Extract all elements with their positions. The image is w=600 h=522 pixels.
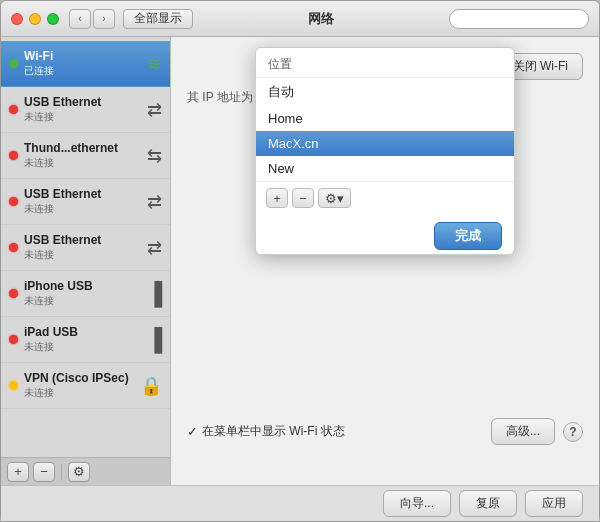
usb-eth-2-item-text: USB Ethernet 未连接 <box>24 187 143 216</box>
iphone-usb-status-dot <box>9 289 18 298</box>
minimize-button[interactable] <box>29 13 41 25</box>
ipad-usb-status-dot <box>9 335 18 344</box>
toolbar-separator <box>61 464 62 480</box>
menubar-wifi-label: 在菜单栏中显示 Wi-Fi 状态 <box>202 423 345 440</box>
usb-eth-3-item-text: USB Ethernet 未连接 <box>24 233 143 262</box>
back-button[interactable]: ‹ <box>69 9 91 29</box>
traffic-lights <box>11 13 59 25</box>
dropdown-remove-button[interactable]: − <box>292 188 314 208</box>
dropdown-gear-icon: ⚙▾ <box>325 191 344 206</box>
ipad-usb-item-name: iPad USB <box>24 325 142 339</box>
usb-eth-1-item-text: USB Ethernet 未连接 <box>24 95 143 124</box>
vpn-item-name: VPN (Cisco IPSec) <box>24 371 136 385</box>
dropdown-minus-icon: − <box>299 191 307 206</box>
restore-button[interactable]: 复原 <box>459 490 517 517</box>
sidebar-item-wifi[interactable]: Wi-Fi 已连接 ≋ <box>1 41 170 87</box>
close-button[interactable] <box>11 13 23 25</box>
apply-button[interactable]: 应用 <box>525 490 583 517</box>
maximize-button[interactable] <box>47 13 59 25</box>
dropdown-item-auto[interactable]: 自动 <box>256 78 514 106</box>
sidebar-item-ipad-usb[interactable]: iPad USB 未连接 ▐ <box>1 317 170 363</box>
usb-eth-1-status-dot <box>9 105 18 114</box>
window-title: 网络 <box>193 10 449 28</box>
done-button[interactable]: 完成 <box>434 222 502 250</box>
usb-eth-2-item-status: 未连接 <box>24 202 143 216</box>
network-settings-button[interactable]: ⚙ <box>68 462 90 482</box>
done-btn-row: 完成 <box>256 214 514 254</box>
sidebar-item-thunderbolt[interactable]: Thund...ethernet 未连接 ⇆ <box>1 133 170 179</box>
forward-icon: › <box>102 13 105 24</box>
dropdown-item-new[interactable]: New <box>256 156 514 181</box>
sidebar-item-usb-eth-1[interactable]: USB Ethernet 未连接 ⇄ <box>1 87 170 133</box>
main-content: Wi-Fi 已连接 ≋ USB Ethernet 未连接 ⇄ <box>1 37 599 485</box>
dropdown-add-button[interactable]: + <box>266 188 288 208</box>
dropdown-plus-icon: + <box>273 191 281 206</box>
iphone-icon: ▐ <box>146 281 162 307</box>
dropdown-item-home[interactable]: Home <box>256 106 514 131</box>
ipad-usb-item-text: iPad USB 未连接 <box>24 325 142 354</box>
plus-icon: + <box>14 464 22 479</box>
check-icon: ✓ <box>187 424 198 439</box>
help-button[interactable]: ? <box>563 422 583 442</box>
back-icon: ‹ <box>78 13 81 24</box>
navigation-buttons: ‹ › <box>69 9 115 29</box>
sidebar-item-usb-eth-2[interactable]: USB Ethernet 未连接 ⇄ <box>1 179 170 225</box>
wifi-item-status: 已连接 <box>24 64 143 78</box>
question-mark-icon: ? <box>569 425 576 439</box>
sidebar-item-usb-eth-3[interactable]: USB Ethernet 未连接 ⇄ <box>1 225 170 271</box>
wifi-item-name: Wi-Fi <box>24 49 143 63</box>
advanced-button[interactable]: 高级... <box>491 418 555 445</box>
usb-eth-3-item-name: USB Ethernet <box>24 233 143 247</box>
usb-eth-3-item-status: 未连接 <box>24 248 143 262</box>
titlebar: ‹ › 全部显示 网络 🔍 <box>1 1 599 37</box>
thunderbolt-icon: ⇆ <box>147 145 162 167</box>
dropdown-gear-button[interactable]: ⚙▾ <box>318 188 351 208</box>
usb-eth-1-item-status: 未连接 <box>24 110 143 124</box>
location-dropdown-panel: 位置 自动 Home MacX.cn New + <box>255 47 515 255</box>
iphone-usb-item-text: iPhone USB 未连接 <box>24 279 142 308</box>
ipad-icon: ▐ <box>146 327 162 353</box>
wizard-button[interactable]: 向导... <box>383 490 451 517</box>
usb-eth-2-status-dot <box>9 197 18 206</box>
bottom-bar: 向导... 复原 应用 <box>1 485 599 521</box>
wifi-item-text: Wi-Fi 已连接 <box>24 49 143 78</box>
sidebar-item-vpn[interactable]: VPN (Cisco IPSec) 未连接 🔒 <box>1 363 170 409</box>
iphone-usb-item-status: 未连接 <box>24 294 142 308</box>
minus-icon: − <box>40 464 48 479</box>
remove-network-button[interactable]: − <box>33 462 55 482</box>
usb-eth-2-icon: ⇄ <box>147 191 162 213</box>
dropdown-header-label: 位置 <box>256 48 514 78</box>
thunderbolt-item-name: Thund...ethernet <box>24 141 143 155</box>
sidebar-list: Wi-Fi 已连接 ≋ USB Ethernet 未连接 ⇄ <box>1 37 170 457</box>
usb-eth-3-icon: ⇄ <box>147 237 162 259</box>
search-input[interactable] <box>449 9 589 29</box>
menubar-wifi-checkbox[interactable]: ✓ 在菜单栏中显示 Wi-Fi 状态 <box>187 423 483 440</box>
wifi-icon: ≋ <box>147 53 162 75</box>
vpn-lock-icon: 🔒 <box>140 375 162 397</box>
sidebar-item-iphone-usb[interactable]: iPhone USB 未连接 ▐ <box>1 271 170 317</box>
thunderbolt-item-status: 未连接 <box>24 156 143 170</box>
thunderbolt-status-dot <box>9 151 18 160</box>
dropdown-item-macxcn[interactable]: MacX.cn <box>256 131 514 156</box>
usb-eth-2-item-name: USB Ethernet <box>24 187 143 201</box>
thunderbolt-item-text: Thund...ethernet 未连接 <box>24 141 143 170</box>
panel-bottom: ✓ 在菜单栏中显示 Wi-Fi 状态 高级... ? <box>187 418 583 445</box>
forward-button[interactable]: › <box>93 9 115 29</box>
sidebar: Wi-Fi 已连接 ≋ USB Ethernet 未连接 ⇄ <box>1 37 171 485</box>
vpn-item-text: VPN (Cisco IPSec) 未连接 <box>24 371 136 400</box>
dropdown-footer: + − ⚙▾ <box>256 181 514 214</box>
show-all-button[interactable]: 全部显示 <box>123 9 193 29</box>
usb-eth-1-item-name: USB Ethernet <box>24 95 143 109</box>
wifi-status-dot <box>9 59 18 68</box>
window: ‹ › 全部显示 网络 🔍 Wi-Fi 已连接 <box>0 0 600 522</box>
ipad-usb-item-status: 未连接 <box>24 340 142 354</box>
sidebar-toolbar: + − ⚙ <box>1 457 170 485</box>
usb-eth-1-icon: ⇄ <box>147 99 162 121</box>
gear-icon: ⚙ <box>73 464 85 479</box>
usb-eth-3-status-dot <box>9 243 18 252</box>
vpn-status-dot <box>9 381 18 390</box>
right-panel: 关闭 Wi-Fi 其 IP 地址为 位置 自动 Home MacX.cn New <box>171 37 599 485</box>
add-network-button[interactable]: + <box>7 462 29 482</box>
search-area: 🔍 <box>449 9 589 29</box>
vpn-item-status: 未连接 <box>24 386 136 400</box>
